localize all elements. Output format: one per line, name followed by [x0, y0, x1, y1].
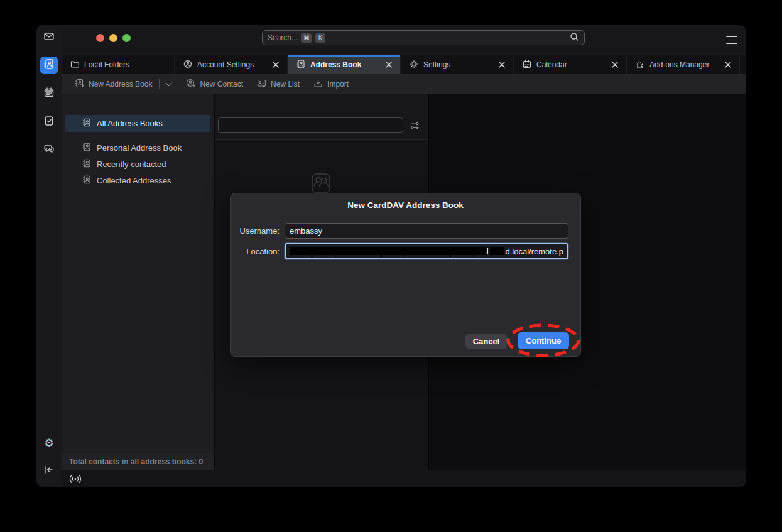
folder-icon — [70, 60, 79, 70]
tab-label: Add-ons Manager — [649, 60, 718, 69]
app-menu-button[interactable] — [726, 36, 737, 44]
tab-bar: Local Folders Account Settings Address B… — [62, 55, 746, 74]
tab-calendar[interactable]: Calendar — [514, 55, 627, 74]
contacts-count-text: Total contacts in all address books: 0 — [69, 457, 203, 466]
contacts-search-input[interactable] — [218, 117, 403, 133]
tab-account-settings[interactable]: Account Settings — [175, 55, 288, 74]
tab-label: Settings — [423, 60, 492, 69]
redaction-bar — [290, 247, 486, 255]
titlebar: Search... ⌘ K — [62, 25, 746, 55]
close-tab-icon[interactable] — [610, 60, 620, 70]
folder-item-label: All Address Books — [97, 119, 163, 128]
offline-indicator-icon[interactable] — [69, 474, 82, 486]
minimize-window-button[interactable] — [109, 34, 117, 42]
close-tab-icon[interactable] — [723, 60, 733, 70]
thunderbird-window: ⚙ Search... ⌘ K Local Folders — [36, 25, 746, 487]
import-icon — [313, 79, 323, 90]
new-address-book-icon — [75, 79, 84, 90]
folder-item-label: Collected Addresses — [97, 176, 171, 185]
tasks-space-button[interactable] — [40, 113, 58, 131]
calendar-space-button[interactable] — [40, 85, 58, 102]
import-button[interactable]: Import — [308, 76, 354, 92]
global-search-input[interactable]: Search... ⌘ K — [262, 30, 585, 45]
desktop: ⚙ Search... ⌘ K Local Folders — [0, 0, 782, 532]
folder-item-label: Personal Address Book — [97, 143, 182, 153]
location-field[interactable]: d.local/remote.p — [285, 243, 568, 259]
folder-item-recently-contacted[interactable]: Recently contacted — [65, 156, 210, 173]
search-placeholder: Search... — [268, 33, 298, 42]
tab-label: Account Settings — [197, 60, 266, 69]
new-carddav-dialog: New CardDAV Address Book Username: Locat… — [230, 193, 581, 357]
chat-space-button[interactable] — [40, 141, 58, 159]
tab-label: Address Book — [310, 60, 379, 69]
close-tab-icon[interactable] — [497, 60, 507, 70]
toolbar-button-label: New Contact — [200, 80, 243, 89]
new-contact-button[interactable]: New Contact — [180, 76, 249, 92]
folder-item-label: Recently contacted — [97, 160, 166, 169]
new-list-icon — [257, 79, 266, 90]
contacts-count-footer: Total contacts in all address books: 0 — [62, 453, 215, 470]
search-icon — [570, 32, 579, 44]
mail-icon — [43, 31, 55, 45]
toolbar-button-label: Import — [327, 80, 349, 89]
location-label: Location: — [231, 247, 280, 256]
settings-space-button[interactable]: ⚙ — [40, 434, 58, 452]
toolbar-button-label: New Address Book — [89, 80, 152, 89]
toolbar-button-label: New List — [271, 80, 300, 89]
tab-label: Local Folders — [84, 60, 168, 69]
k-keycap: K — [315, 33, 325, 43]
tab-settings[interactable]: Settings — [401, 55, 514, 74]
address-book-icon — [82, 143, 91, 153]
close-tab-icon[interactable] — [271, 60, 281, 70]
collapse-icon — [44, 465, 54, 477]
address-book-list-pane: All Address Books Personal Address Book … — [62, 94, 215, 453]
redaction-gap-tick — [487, 248, 488, 254]
account-icon — [183, 60, 192, 70]
address-book-icon — [43, 58, 55, 72]
new-list-button[interactable]: New List — [251, 76, 305, 92]
display-options-icon[interactable] — [408, 119, 421, 132]
address-book-icon — [82, 175, 91, 186]
folder-item-all-address-books[interactable]: All Address Books — [65, 115, 210, 132]
mail-space-button[interactable] — [40, 29, 58, 46]
location-visible-text: d.local/remote.p — [506, 247, 564, 256]
zoom-window-button[interactable] — [122, 34, 131, 42]
spaces-toolbar: ⚙ — [36, 25, 62, 487]
gear-icon: ⚙ — [44, 438, 53, 448]
address-book-toolbar: New Address Book New Contact New List Im… — [62, 74, 746, 94]
cancel-button[interactable]: Cancel — [465, 334, 507, 349]
redaction-bar — [490, 247, 504, 255]
gear-icon — [410, 60, 418, 70]
chat-icon — [43, 143, 55, 157]
tasks-icon — [43, 115, 55, 129]
tab-address-book[interactable]: Address Book — [288, 55, 401, 74]
tab-addons-manager[interactable]: Add-ons Manager — [627, 55, 740, 74]
close-tab-icon[interactable] — [384, 60, 394, 70]
address-book-icon — [296, 60, 305, 70]
chevron-down-icon[interactable] — [165, 80, 172, 89]
close-window-button[interactable] — [96, 34, 104, 42]
new-contact-icon — [186, 79, 195, 90]
split-button-divider — [159, 79, 160, 89]
dialog-title: New CardDAV Address Book — [231, 200, 580, 210]
username-field[interactable] — [285, 223, 568, 239]
address-book-space-button[interactable] — [40, 57, 58, 74]
calendar-icon — [523, 60, 531, 70]
continue-button[interactable]: Continue — [518, 332, 569, 349]
puzzle-icon — [636, 60, 644, 70]
cmd-keycap: ⌘ — [301, 33, 312, 43]
tab-local-folders[interactable]: Local Folders — [62, 55, 175, 74]
status-bar — [62, 470, 746, 487]
calendar-icon — [43, 87, 55, 100]
folder-item-personal-address-book[interactable]: Personal Address Book — [65, 139, 210, 156]
collapse-spaces-button[interactable] — [40, 462, 58, 480]
address-book-icon — [82, 118, 91, 129]
folder-item-collected-addresses[interactable]: Collected Addresses — [65, 172, 210, 189]
address-book-icon — [82, 159, 91, 170]
new-address-book-button[interactable]: New Address Book — [69, 76, 178, 92]
tab-label: Calendar — [536, 60, 605, 69]
username-label: Username: — [231, 226, 280, 236]
